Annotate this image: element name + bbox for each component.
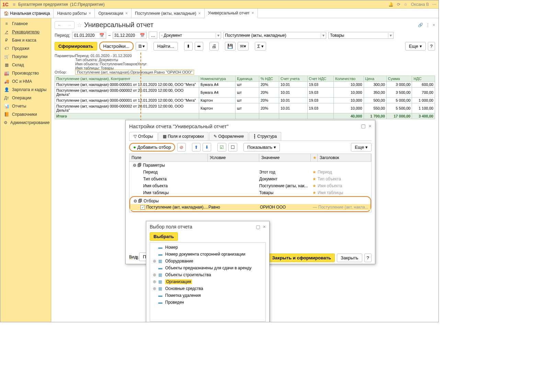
tab-receipts[interactable]: Поступление (акты, накладные)× [132, 9, 205, 18]
tab-struct[interactable]: ┇Структура [249, 132, 281, 141]
sidebar-refs[interactable]: 📙Справочники [0, 110, 51, 119]
calendar-icon[interactable]: 📅 [99, 33, 104, 38]
email-button[interactable]: ✉▾ [238, 42, 249, 51]
field-item[interactable]: ▬Номер документа сторонней организации [150, 251, 265, 258]
type-select[interactable]: ▫ Документ▾ [159, 32, 221, 39]
fav-icon[interactable]: ☆ [77, 21, 82, 29]
user-caret-icon[interactable]: ⋯ [432, 2, 436, 7]
date-to[interactable]: 📅 [113, 32, 147, 39]
up-button[interactable]: ⬆ [192, 143, 201, 152]
fwd-button[interactable]: → [65, 22, 74, 29]
group-params[interactable]: ⊖ 🗐 Параметры [129, 162, 371, 169]
uncheck-button[interactable]: ☐ [228, 143, 237, 152]
field-item[interactable]: ⊕▦Оборудование [150, 258, 265, 265]
row-type[interactable]: Тип объектаДокумент★Тип объекта [129, 176, 371, 182]
print-button[interactable]: 🖨 [209, 42, 219, 51]
field-item[interactable]: ▬Номер [150, 244, 265, 251]
table-row[interactable]: Поступление (акт, накладная) 0000-000002… [55, 88, 435, 98]
close-icon[interactable]: × [368, 123, 372, 129]
col-sum[interactable]: Сумма [387, 76, 412, 82]
col-cond[interactable]: Условие [208, 154, 259, 161]
field-item[interactable]: ▬Пометка удаления [150, 292, 265, 299]
row-obj[interactable]: Имя объектаПоступление (акты, нак...★Имя… [129, 182, 371, 189]
more-button[interactable]: Еще ▾ [351, 143, 372, 152]
group-filters[interactable]: ⊖ 🗐 Отборы ✓ Поступление (акт, накладная… [129, 196, 371, 212]
sidebar-stock[interactable]: ▦Склад [0, 61, 51, 69]
col-vsum[interactable]: НДС [412, 76, 435, 82]
bell-icon[interactable]: 🔔 [388, 2, 394, 7]
tab-style[interactable]: ✎Оформление [209, 132, 248, 141]
sum-button[interactable]: Σ ▾ [255, 42, 266, 51]
tab-report[interactable]: Универсальный отчет× [205, 9, 258, 18]
col-vat[interactable]: % НДС [259, 76, 279, 82]
col-doc[interactable]: Поступление (акт, накладная), Контрагент [55, 76, 199, 82]
sidebar-ops[interactable]: ДтОперации [0, 94, 51, 102]
link-icon[interactable]: 🔗 [418, 23, 423, 27]
field-item[interactable]: ▬Объекты предназначены для сдачи в аренд… [150, 265, 265, 271]
field-item[interactable]: ▬Проведен [150, 299, 265, 306]
back-button[interactable]: ← [55, 22, 65, 29]
sidebar-reports[interactable]: 📊Отчеты [0, 102, 51, 110]
col-unit[interactable]: Единица [236, 76, 259, 82]
row-filter[interactable]: ✓ Поступление (акт, накладная).... Равно… [130, 204, 370, 210]
sidebar-mgr[interactable]: ↗Руководителю [0, 28, 51, 36]
col-vacc[interactable]: Счет НДС [307, 76, 334, 82]
tab-orgs[interactable]: Организации× [95, 9, 132, 18]
col-nom[interactable]: Номенклатура [199, 76, 236, 82]
close-icon[interactable]: × [125, 11, 128, 16]
tab-fields[interactable]: ▦Поля и сортировки [158, 132, 208, 141]
show-button[interactable]: Показывать ▾ [243, 143, 280, 152]
close-icon[interactable]: × [89, 11, 91, 16]
tab-filters[interactable]: ▽Отборы [129, 132, 158, 141]
more-icon[interactable]: ⋮ [426, 23, 430, 27]
close-icon[interactable]: × [263, 224, 266, 229]
form-button[interactable]: Сформировать [55, 42, 97, 51]
check-button[interactable]: ☑ [217, 143, 226, 152]
sidebar-purch[interactable]: 🛒Покупки [0, 53, 51, 61]
date-from[interactable]: 📅 [72, 32, 106, 39]
down-button[interactable]: ⬇ [203, 143, 211, 152]
close-icon[interactable]: × [433, 23, 435, 27]
table-row[interactable]: Поступление (акт, накладная) 0000-000001… [55, 98, 435, 103]
row-tbl[interactable]: Имя таблицыТовары★Имя таблицы [129, 189, 371, 196]
save-variant-button[interactable]: 🗎▾ [136, 42, 147, 51]
col-field[interactable]: Поле [129, 154, 208, 161]
collapse-button[interactable]: ⬌ [195, 42, 203, 51]
object-select[interactable]: Поступление (акты, накладные)▾ [223, 32, 326, 39]
field-item[interactable]: ⊕▦Объекты строительства [150, 271, 265, 278]
table-row[interactable]: Поступление (акт, накладная) 0000-000001… [55, 82, 435, 88]
close-icon[interactable]: × [252, 11, 254, 15]
col-qty[interactable]: Количество [334, 76, 364, 82]
menu-icon[interactable]: ≡ [13, 2, 15, 7]
col-price[interactable]: Цена [364, 76, 387, 82]
sidebar-bank[interactable]: ₽Банк и касса [0, 36, 51, 44]
sidebar-admin[interactable]: ⚙Администрирование [0, 119, 51, 127]
star-icon[interactable]: ☆ [404, 2, 408, 7]
table-row[interactable]: Поступление (акт, накладная) 0000-000002… [55, 103, 435, 113]
period-picker-button[interactable]: ... [149, 32, 157, 39]
find-button[interactable]: Найти... [153, 42, 178, 51]
settings-button[interactable]: Настройки... [99, 42, 134, 51]
sidebar-prod[interactable]: 🏭Производство [0, 69, 51, 77]
add-filter-button[interactable]: ● Добавить отбор [129, 143, 175, 152]
field-list[interactable]: ▬Номер ▬Номер документа сторонней органи… [150, 242, 266, 322]
sidebar-main[interactable]: ≡Главное [0, 20, 51, 28]
table-select[interactable]: Товары▾ [328, 32, 394, 39]
row-period[interactable]: ПериодЭтот год★Период [129, 169, 371, 176]
more-button[interactable]: Еще ▾ [405, 42, 426, 51]
col-value[interactable]: Значение [259, 154, 311, 161]
history-icon[interactable]: ⟳ [397, 2, 400, 7]
col-title[interactable]: Заголовок [318, 154, 371, 161]
expand-button[interactable]: ⬍ [184, 42, 193, 51]
home-tab[interactable]: 🏠 Начальная страница [0, 9, 54, 18]
tab-start[interactable]: Начало работы× [54, 9, 95, 18]
col-star[interactable]: ★ [311, 154, 318, 161]
maximize-icon[interactable]: ▢ [256, 224, 260, 229]
sidebar-hr[interactable]: 👤Зарплата и кадры [0, 86, 51, 94]
field-item-selected[interactable]: ⊕▦Организация [150, 278, 265, 285]
help-button[interactable]: ? [428, 42, 435, 51]
check-icon[interactable]: ✓ [140, 205, 145, 210]
delete-button[interactable]: ⊘ [177, 143, 186, 152]
col-acc[interactable]: Счет учета [279, 76, 307, 82]
calendar-icon[interactable]: 📅 [140, 33, 145, 38]
